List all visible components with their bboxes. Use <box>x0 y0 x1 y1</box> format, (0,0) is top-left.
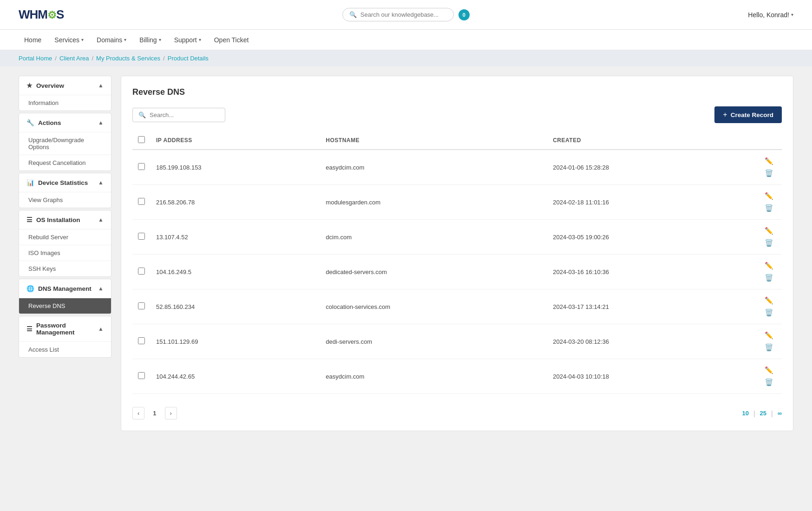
sidebar-item-rebuild-server[interactable]: Rebuild Server <box>19 229 111 245</box>
nav-billing[interactable]: Billing ▾ <box>134 32 166 48</box>
row-created: 2024-03-17 13:14:21 <box>547 289 749 324</box>
logo-text: WHM⚙S <box>19 7 64 22</box>
sidebar-item-ssh-keys[interactable]: SSH Keys <box>19 261 111 276</box>
breadcrumb-portal-home[interactable]: Portal Home <box>19 55 52 62</box>
row-checkbox[interactable] <box>138 372 145 379</box>
overview-collapse-icon: ▲ <box>98 82 104 89</box>
sidebar-dns-management-label: DNS Management <box>38 285 92 292</box>
edit-record-button[interactable]: ✏️ <box>762 295 776 307</box>
page-size-25[interactable]: 25 <box>760 410 766 417</box>
row-actions-cell: ✏️ 🗑️ <box>749 150 782 185</box>
sidebar: ★ Overview ▲ Information 🔧 Actions ▲ Upg… <box>19 76 111 431</box>
table-row: 13.107.4.52 dcim.com 2024-03-05 19:00:26… <box>132 220 782 255</box>
row-checkbox[interactable] <box>138 163 145 170</box>
edit-record-button[interactable]: ✏️ <box>762 155 776 167</box>
col-hostname: HOSTNAME <box>320 131 547 150</box>
nav-services[interactable]: Services ▾ <box>49 32 89 48</box>
delete-record-button[interactable]: 🗑️ <box>762 237 776 249</box>
sidebar-device-statistics-header[interactable]: 📊 Device Statistics ▲ <box>19 173 111 192</box>
select-all-checkbox[interactable] <box>138 136 145 143</box>
sidebar-actions-header[interactable]: 🔧 Actions ▲ <box>19 113 111 132</box>
create-plus-icon: + <box>723 111 727 119</box>
sidebar-item-reverse-dns[interactable]: Reverse DNS <box>19 298 111 314</box>
sidebar-actions-label: Actions <box>38 119 61 126</box>
row-hostname: colocation-services.com <box>320 289 547 324</box>
breadcrumb-my-products[interactable]: My Products & Services <box>96 55 160 62</box>
sidebar-os-installation-header[interactable]: ☰ OS Installation ▲ <box>19 210 111 229</box>
dns-table: IP ADDRESS HOSTNAME CREATED 185.199.108.… <box>132 131 782 394</box>
breadcrumb-client-area[interactable]: Client Area <box>59 55 89 62</box>
sidebar-dns-management-header[interactable]: 🌐 DNS Management ▲ <box>19 279 111 298</box>
knowledgebase-search-box: 🔍 <box>342 8 454 21</box>
row-created: 2024-03-05 19:00:26 <box>547 220 749 255</box>
delete-record-button[interactable]: 🗑️ <box>762 376 776 388</box>
col-checkbox <box>132 131 151 150</box>
sidebar-password-management-header[interactable]: ☰ Password Management ▲ <box>19 316 111 341</box>
delete-record-button[interactable]: 🗑️ <box>762 272 776 284</box>
breadcrumb-sep-3: / <box>163 55 165 62</box>
row-checkbox[interactable] <box>138 233 145 240</box>
sidebar-item-information[interactable]: Information <box>19 95 111 111</box>
sidebar-item-view-graphs[interactable]: View Graphs <box>19 192 111 208</box>
sidebar-os-installation-label: OS Installation <box>36 216 80 223</box>
edit-record-button[interactable]: ✏️ <box>762 364 776 376</box>
password-management-collapse-icon: ▲ <box>98 326 104 332</box>
sidebar-section-actions: 🔧 Actions ▲ Upgrade/Downgrade Options Re… <box>19 113 111 171</box>
nav-open-ticket[interactable]: Open Ticket <box>209 32 255 48</box>
cart-button[interactable]: 0 <box>458 9 470 20</box>
row-ip-address: 151.101.129.69 <box>151 324 320 359</box>
edit-record-button[interactable]: ✏️ <box>762 190 776 202</box>
row-ip-address: 52.85.160.234 <box>151 289 320 324</box>
delete-record-button[interactable]: 🗑️ <box>762 167 776 179</box>
row-checkbox[interactable] <box>138 337 145 344</box>
next-page-button[interactable]: › <box>165 407 177 419</box>
user-menu-chevron-icon: ▾ <box>791 12 793 17</box>
edit-record-button[interactable]: ✏️ <box>762 260 776 272</box>
sidebar-overview-header[interactable]: ★ Overview ▲ <box>19 76 111 95</box>
table-row: 104.244.42.65 easydcim.com 2024-04-03 10… <box>132 359 782 394</box>
delete-record-button[interactable]: 🗑️ <box>762 341 776 354</box>
nav-home[interactable]: Home <box>19 32 47 48</box>
knowledgebase-search-input[interactable] <box>360 11 447 18</box>
row-hostname: dedicated-servers.com <box>320 255 547 289</box>
os-installation-collapse-icon: ▲ <box>98 216 104 223</box>
breadcrumb-sep-1: / <box>55 55 57 62</box>
row-checkbox[interactable] <box>138 268 145 275</box>
globe-icon: 🌐 <box>26 285 34 292</box>
edit-record-button[interactable]: ✏️ <box>762 225 776 237</box>
delete-record-button[interactable]: 🗑️ <box>762 307 776 319</box>
logo: WHM⚙S <box>19 7 64 22</box>
row-hostname: easydcim.com <box>320 359 547 394</box>
breadcrumb-sep-2: / <box>92 55 93 62</box>
support-chevron-icon: ▾ <box>199 37 201 42</box>
sidebar-item-iso-images[interactable]: ISO Images <box>19 245 111 261</box>
sidebar-overview-label: Overview <box>36 82 64 89</box>
row-checkbox-cell <box>132 359 151 394</box>
page-sizes: 10 | 25 | ∞ <box>742 410 782 417</box>
nav-support[interactable]: Support ▾ <box>169 32 207 48</box>
nav-domains[interactable]: Domains ▾ <box>91 32 132 48</box>
page-size-all[interactable]: ∞ <box>778 410 782 417</box>
domains-chevron-icon: ▾ <box>124 37 126 42</box>
row-checkbox[interactable] <box>138 302 145 309</box>
breadcrumb-product-details[interactable]: Product Details <box>168 55 209 62</box>
prev-page-button[interactable]: ‹ <box>132 407 144 419</box>
delete-record-button[interactable]: 🗑️ <box>762 202 776 214</box>
user-menu-button[interactable]: Hello, Konrad! ▾ <box>748 11 793 19</box>
sidebar-item-upgrade-downgrade[interactable]: Upgrade/Downgrade Options <box>19 132 111 155</box>
row-checkbox-cell <box>132 255 151 289</box>
row-checkbox[interactable] <box>138 198 145 205</box>
sidebar-item-request-cancellation[interactable]: Request Cancellation <box>19 155 111 170</box>
col-ip-address: IP ADDRESS <box>151 131 320 150</box>
table-row: 52.85.160.234 colocation-services.com 20… <box>132 289 782 324</box>
row-created: 2024-03-16 16:10:36 <box>547 255 749 289</box>
edit-record-button[interactable]: ✏️ <box>762 329 776 341</box>
create-record-button[interactable]: + Create Record <box>714 106 782 123</box>
table-row: 185.199.108.153 easydcim.com 2024-01-06 … <box>132 150 782 185</box>
row-actions-cell: ✏️ 🗑️ <box>749 359 782 394</box>
page-size-10[interactable]: 10 <box>742 410 749 417</box>
table-search-input[interactable] <box>150 111 219 118</box>
search-icon: 🔍 <box>349 11 357 18</box>
logo-gear-icon: ⚙ <box>47 9 56 21</box>
sidebar-item-access-list[interactable]: Access List <box>19 341 111 357</box>
